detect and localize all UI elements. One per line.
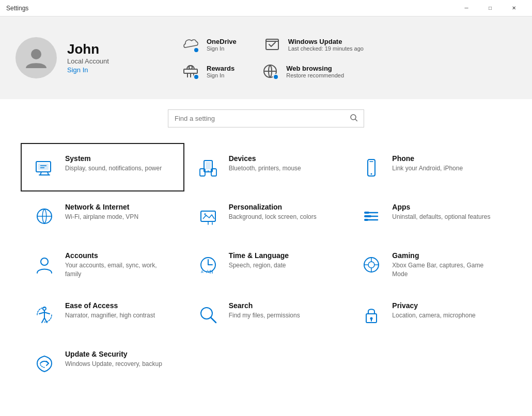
web-browsing-label: Web browsing	[286, 65, 344, 72]
personalization-icon	[196, 204, 221, 229]
profile-section: John Local Account Sign In	[15, 37, 160, 78]
svg-rect-2	[184, 69, 197, 73]
search-container	[0, 109, 532, 127]
time-language-desc: Speech, region, date	[229, 261, 289, 270]
gaming-icon	[359, 252, 384, 277]
settings-gaming[interactable]: Gaming Xbox Game Bar, captures, Game Mod…	[348, 240, 511, 290]
search-settings-text: Search Find my files, permissions	[229, 301, 300, 320]
web-browsing-item[interactable]: Web browsing Restore recommended	[260, 61, 344, 81]
minimize-button[interactable]: ─	[455, 0, 478, 17]
ease-of-access-title: Ease of Access	[65, 301, 155, 310]
apps-desc: Uninstall, defaults, optional features	[392, 213, 490, 221]
devices-text: Devices Bluetooth, printers, mouse	[229, 154, 301, 173]
header-status-icons: OneDrive Sign In Windows Update Last che…	[181, 35, 517, 81]
gaming-desc: Xbox Game Bar, captures, Game Mode	[392, 261, 500, 279]
settings-system[interactable]: System Display, sound, notifications, po…	[21, 143, 184, 191]
settings-ease-of-access[interactable]: Ease of Access Narrator, magnifier, high…	[21, 290, 184, 339]
settings-update-security[interactable]: Update & Security Windows Update, recove…	[21, 339, 184, 387]
time-language-text: Time & Language Speech, region, date	[229, 251, 289, 270]
time-language-icon: A A	[196, 252, 221, 277]
search-settings-icon	[196, 302, 221, 327]
header-icons-row-2: Rewards Sign In Web browsing Restore rec	[181, 61, 517, 81]
privacy-desc: Location, camera, microphone	[392, 311, 475, 320]
main-content: System Display, sound, notifications, po…	[0, 99, 532, 416]
settings-network[interactable]: Network & Internet Wi-Fi, airplane mode,…	[21, 191, 184, 240]
windows-update-text: Windows Update Last checked: 19 minutes …	[288, 38, 364, 52]
window-title: Settings	[6, 5, 28, 12]
rewards-badge	[193, 74, 199, 80]
settings-grid: System Display, sound, notifications, po…	[0, 143, 532, 387]
maximize-button[interactable]: □	[478, 0, 502, 17]
header: John Local Account Sign In OneDrive Sign…	[0, 17, 532, 99]
svg-text:A: A	[201, 270, 204, 274]
accounts-icon	[32, 252, 57, 277]
window-controls: ─ □ ✕	[455, 0, 526, 17]
search-input[interactable]	[175, 115, 346, 122]
onedrive-icon-badge	[181, 35, 200, 54]
devices-title: Devices	[229, 154, 301, 163]
svg-rect-11	[206, 162, 211, 169]
update-security-text: Update & Security Windows Update, recove…	[65, 350, 162, 369]
apps-title: Apps	[392, 203, 490, 211]
accounts-title: Accounts	[65, 251, 173, 260]
ease-of-access-icon	[32, 302, 57, 327]
ease-of-access-text: Ease of Access Narrator, magnifier, high…	[65, 301, 155, 320]
header-icons-row-1: OneDrive Sign In Windows Update Last che…	[181, 35, 517, 54]
update-security-desc: Windows Update, recovery, backup	[65, 360, 162, 369]
ease-of-access-desc: Narrator, magnifier, high contrast	[65, 311, 155, 320]
search-box	[168, 109, 364, 127]
apps-text: Apps Uninstall, defaults, optional featu…	[392, 203, 490, 221]
windows-update-item[interactable]: Windows Update Last checked: 19 minutes …	[262, 35, 364, 54]
settings-phone[interactable]: Phone Link your Android, iPhone	[348, 143, 511, 191]
phone-text: Phone Link your Android, iPhone	[392, 154, 463, 173]
gaming-text: Gaming Xbox Game Bar, captures, Game Mod…	[392, 251, 500, 279]
onedrive-sublabel: Sign In	[207, 45, 237, 52]
svg-point-20	[204, 213, 206, 215]
onedrive-item[interactable]: OneDrive Sign In	[181, 35, 237, 54]
title-bar: Settings ─ □ ✕	[0, 0, 532, 17]
svg-point-32	[368, 262, 374, 268]
rewards-label: Rewards	[207, 65, 234, 72]
personalization-text: Personalization Background, lock screen,…	[229, 203, 317, 221]
windows-update-sublabel: Last checked: 19 minutes ago	[288, 45, 364, 52]
settings-time-language[interactable]: A A Time & Language Speech, region, date	[184, 240, 348, 290]
accounts-desc: Your accounts, email, sync, work, family	[65, 261, 173, 279]
windows-update-icon-badge	[262, 35, 282, 54]
phone-title: Phone	[392, 154, 463, 163]
privacy-icon	[359, 302, 384, 327]
close-button[interactable]: ✕	[502, 0, 526, 17]
privacy-title: Privacy	[392, 301, 475, 310]
phone-icon	[359, 155, 384, 180]
avatar	[15, 37, 57, 78]
onedrive-label: OneDrive	[207, 38, 237, 45]
update-security-icon	[32, 351, 57, 376]
network-text: Network & Internet Wi-Fi, airplane mode,…	[65, 203, 138, 221]
settings-privacy[interactable]: Privacy Location, camera, microphone	[348, 290, 511, 339]
svg-point-27	[41, 258, 48, 265]
system-title: System	[65, 154, 162, 163]
settings-search[interactable]: Search Find my files, permissions	[184, 290, 348, 339]
rewards-item[interactable]: Rewards Sign In	[181, 61, 234, 81]
svg-point-12	[208, 170, 209, 171]
apps-icon	[359, 204, 384, 229]
svg-point-16	[371, 173, 372, 175]
time-language-title: Time & Language	[229, 251, 289, 260]
devices-icon	[196, 155, 221, 180]
onedrive-text: OneDrive Sign In	[207, 38, 237, 52]
network-title: Network & Internet	[65, 203, 138, 211]
settings-accounts[interactable]: Accounts Your accounts, email, sync, wor…	[21, 240, 184, 290]
rewards-sublabel: Sign In	[207, 72, 234, 78]
web-browsing-sublabel: Restore recommended	[286, 72, 344, 78]
settings-personalization[interactable]: Personalization Background, lock screen,…	[184, 191, 348, 240]
system-text: System Display, sound, notifications, po…	[65, 154, 162, 173]
search-icon	[350, 114, 357, 123]
devices-desc: Bluetooth, printers, mouse	[229, 164, 301, 173]
settings-devices[interactable]: Devices Bluetooth, printers, mouse	[184, 143, 348, 191]
network-icon	[32, 204, 57, 229]
svg-rect-7	[38, 164, 49, 170]
windows-update-label: Windows Update	[288, 38, 364, 45]
web-browsing-text: Web browsing Restore recommended	[286, 65, 344, 78]
user-name: John	[67, 41, 109, 57]
sign-in-link[interactable]: Sign In	[67, 66, 88, 74]
settings-apps[interactable]: Apps Uninstall, defaults, optional featu…	[348, 191, 511, 240]
